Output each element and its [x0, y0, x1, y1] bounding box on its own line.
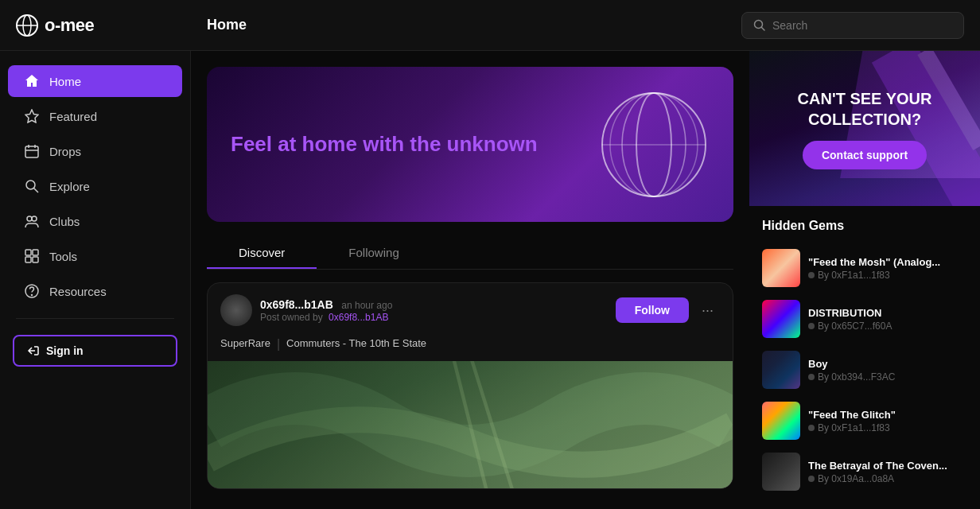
sidebar-item-clubs[interactable]: Clubs — [8, 205, 182, 237]
svg-marker-5 — [25, 110, 38, 122]
gem-thumb-1 — [762, 300, 800, 338]
hero-banner: Feel at home with the unknown — [207, 67, 733, 222]
sidebar-item-home[interactable]: Home — [8, 65, 182, 97]
svg-rect-15 — [33, 250, 38, 255]
sidebar-item-tools[interactable]: Tools — [8, 240, 182, 272]
svg-point-12 — [27, 216, 32, 221]
post-owned-text: Post owned by — [260, 312, 323, 323]
feed-tabs: Discover Following — [207, 238, 733, 270]
post-tag-title[interactable]: Commuters - The 10th E State — [286, 337, 426, 352]
gem-by-3: By 0xF1a1...1f83 — [808, 422, 967, 433]
hero-heading: Feel at home with the unknown — [231, 131, 538, 158]
gem-by-2: By 0xb394...F3AC — [808, 371, 967, 383]
post-username[interactable]: 0x69f8...b1AB — [260, 298, 333, 311]
gem-item-4[interactable]: The Betrayal of The Coven... By 0x19Aa..… — [762, 446, 967, 497]
star-icon — [24, 108, 40, 124]
main-layout: Home Featured Drops Explore Clubs — [0, 51, 980, 509]
gem-by-1: By 0x65C7...f60A — [808, 321, 967, 332]
sidebar-item-featured[interactable]: Featured — [8, 100, 182, 132]
svg-rect-16 — [25, 257, 31, 262]
post-header: 0x69f8...b1AB an hour ago Post owned by … — [208, 283, 733, 337]
search-input[interactable] — [772, 19, 952, 32]
svg-point-10 — [26, 181, 35, 189]
gem-dot-2 — [808, 374, 815, 380]
signin-button[interactable]: Sign in — [13, 335, 177, 367]
gem-name-0: "Feed the Mosh" (Analog... — [808, 256, 967, 268]
promo-title: CAN'T SEE YOUR COLLECTION? — [765, 88, 964, 130]
svg-rect-6 — [25, 146, 38, 157]
svg-line-4 — [762, 27, 765, 30]
hero-highlight: unknown — [447, 132, 538, 156]
tab-following[interactable]: Following — [317, 238, 430, 269]
gem-thumb-4 — [762, 453, 800, 491]
sidebar-item-resources-label: Resources — [49, 285, 107, 298]
gem-info-4: The Betrayal of The Coven... By 0x19Aa..… — [808, 460, 967, 484]
feed: Feel at home with the unknown Discover F… — [191, 51, 749, 509]
more-options-button[interactable]: ··· — [695, 299, 720, 322]
tools-icon — [24, 248, 40, 264]
promo-banner: CAN'T SEE YOUR COLLECTION? Contact suppo… — [749, 51, 980, 206]
gem-dot-4 — [808, 476, 815, 482]
signin-label: Sign in — [46, 344, 84, 357]
search-bar — [741, 12, 964, 39]
logo-text: o-mee — [45, 15, 94, 36]
post-tag-platform[interactable]: SuperRare — [220, 337, 270, 352]
clubs-icon — [24, 213, 40, 229]
gem-dot-1 — [808, 323, 815, 329]
signin-icon — [27, 344, 40, 357]
sidebar-item-explore-label: Explore — [49, 180, 90, 193]
contact-support-button[interactable]: Contact support — [803, 141, 927, 169]
follow-button[interactable]: Follow — [616, 297, 689, 323]
sidebar: Home Featured Drops Explore Clubs — [0, 51, 191, 509]
gem-item-3[interactable]: "Feed The Glitch" By 0xF1a1...1f83 — [762, 395, 967, 446]
svg-point-19 — [32, 295, 33, 296]
gem-by-4: By 0x19Aa...0a8A — [808, 473, 967, 484]
help-icon — [24, 283, 40, 299]
avatar-image — [220, 294, 252, 326]
post-owned-by[interactable]: 0x69f8...b1AB — [329, 312, 388, 323]
omee-logo-icon — [16, 14, 38, 37]
gem-name-2: Boy — [808, 358, 967, 370]
gem-info-0: "Feed the Mosh" (Analog... By 0xF1a1...1… — [808, 256, 967, 281]
gem-name-1: DISTRIBUTION — [808, 307, 967, 319]
gem-thumb-3 — [762, 402, 800, 440]
svg-rect-17 — [33, 257, 38, 262]
gem-name-3: "Feed The Glitch" — [808, 409, 967, 421]
gem-by-0: By 0xF1a1...1f83 — [808, 270, 967, 281]
svg-point-13 — [32, 216, 37, 221]
post-card: 0x69f8...b1AB an hour ago Post owned by … — [207, 282, 733, 489]
search-icon — [753, 19, 766, 32]
post-tags: SuperRare | Commuters - The 10th E State — [208, 337, 733, 361]
hero-graphic-icon — [598, 89, 710, 200]
svg-line-11 — [34, 188, 39, 193]
logo[interactable]: o-mee — [16, 14, 207, 37]
gem-item-2[interactable]: Boy By 0xb394...F3AC — [762, 344, 967, 395]
tab-discover[interactable]: Discover — [207, 238, 317, 269]
page-title: Home — [207, 17, 741, 33]
sidebar-item-clubs-label: Clubs — [49, 215, 80, 228]
sidebar-item-resources[interactable]: Resources — [8, 275, 182, 307]
gem-item-0[interactable]: "Feed the Mosh" (Analog... By 0xF1a1...1… — [762, 243, 967, 293]
post-meta: 0x69f8...b1AB an hour ago Post owned by … — [260, 297, 608, 323]
sidebar-item-home-label: Home — [49, 75, 81, 88]
gem-item-1[interactable]: DISTRIBUTION By 0x65C7...f60A — [762, 293, 967, 344]
post-user: 0x69f8...b1AB an hour ago — [260, 297, 608, 312]
gem-info-2: Boy By 0xb394...F3AC — [808, 358, 967, 383]
gem-dot-3 — [808, 425, 815, 431]
hidden-gems-title: Hidden Gems — [762, 219, 967, 233]
post-time: an hour ago — [341, 300, 392, 311]
right-sidebar: CAN'T SEE YOUR COLLECTION? Contact suppo… — [749, 51, 980, 509]
sidebar-item-drops[interactable]: Drops — [8, 135, 182, 167]
explore-icon — [24, 178, 40, 194]
sidebar-item-featured-label: Featured — [49, 110, 97, 123]
svg-rect-14 — [25, 250, 31, 255]
gem-thumb-0 — [762, 249, 800, 287]
sidebar-item-explore[interactable]: Explore — [8, 170, 182, 202]
hero-prefix: Feel at home with the — [231, 132, 441, 156]
post-owned: Post owned by 0x69f8...b1AB — [260, 312, 608, 323]
sidebar-divider — [16, 318, 174, 319]
calendar-icon — [24, 143, 40, 159]
sidebar-item-drops-label: Drops — [49, 145, 81, 158]
hero-text: Feel at home with the unknown — [207, 107, 562, 182]
topbar: o-mee Home — [0, 0, 980, 51]
